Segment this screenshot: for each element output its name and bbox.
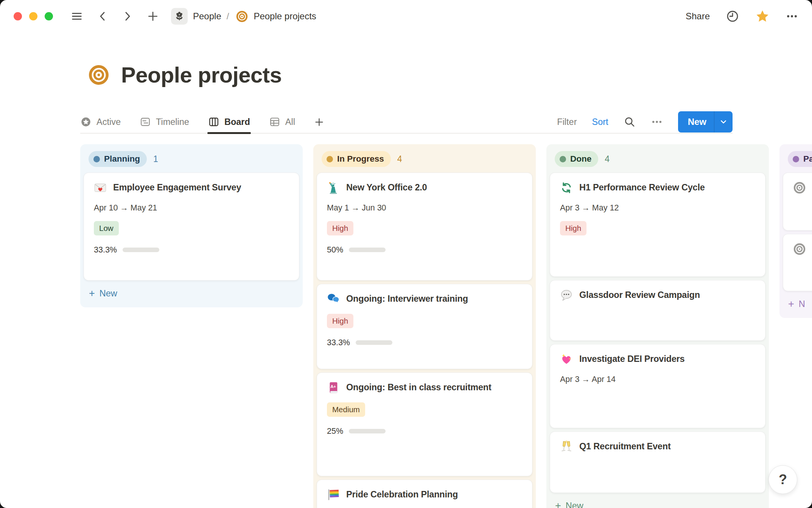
tab-timeline[interactable]: Timeline [140, 111, 189, 133]
target-icon [236, 10, 248, 23]
add-card-label: New [100, 288, 117, 299]
card[interactable] [783, 173, 812, 231]
breadcrumb-page[interactable]: People projects [254, 11, 316, 22]
column-cards: Employee Engagement SurveyApr 10 → May 2… [80, 173, 303, 280]
progress-value: 33.3% [94, 245, 117, 255]
share-button[interactable]: Share [686, 11, 710, 22]
refresh-arrows-emoji [560, 181, 573, 194]
page-title: People projects [121, 62, 282, 87]
rainbow-flag-emoji [327, 488, 340, 501]
card-title-row: New York Office 2.0 [327, 181, 427, 194]
page-target-icon[interactable] [88, 64, 110, 86]
tab-label: Timeline [156, 117, 189, 127]
board-column-in-progress: In Progress4New York Office 2.0May 1 → J… [313, 144, 536, 508]
progress-value: 25% [327, 427, 343, 436]
board-column-done: Done4H1 Performance Review CycleApr 3 → … [546, 144, 769, 508]
priority-row: High [560, 221, 586, 235]
zoom-window-button[interactable] [45, 12, 53, 20]
column-status-pill[interactable]: Done [555, 151, 598, 167]
card-title-row: Pride Celebration Planning [327, 488, 458, 501]
tab-all[interactable]: All [269, 111, 295, 133]
progress-bar [123, 248, 159, 252]
chevron-down-icon [719, 117, 728, 127]
search-icon[interactable] [624, 116, 636, 128]
card-title: Investigate DEI Providers [579, 353, 684, 365]
card-title: Employee Engagement Survey [113, 181, 241, 194]
tab-label: All [285, 117, 295, 127]
card-title: Ongoing: Best in class recruitment [346, 381, 492, 394]
card[interactable]: Glassdoor Review Campaign [550, 280, 765, 341]
card-title-row: Glassdoor Review Campaign [560, 289, 700, 302]
card[interactable]: Q1 Recruitment Event [550, 432, 765, 493]
breadcrumb-workspace[interactable]: People [193, 11, 221, 22]
workspace-icon-box[interactable] [171, 8, 188, 25]
plus-icon: + [89, 288, 95, 299]
add-card-button[interactable]: +New [550, 496, 765, 508]
column-status-label: In Progress [337, 154, 384, 164]
priority-tag: High [560, 221, 586, 235]
speech-balloon-emoji [560, 289, 573, 302]
new-button[interactable]: New [678, 111, 714, 132]
column-header: Planning1 [80, 144, 303, 173]
help-button[interactable]: ? [768, 465, 797, 494]
card-title-row: H1 Performance Review Cycle [560, 181, 705, 194]
new-page-button[interactable] [147, 10, 159, 22]
favorite-star-icon[interactable] [755, 9, 770, 23]
add-card-label: N [799, 299, 805, 309]
column-count: 4 [397, 154, 402, 164]
column-cards [779, 173, 812, 291]
minimize-window-button[interactable] [29, 12, 37, 20]
tab-label: Board [224, 117, 250, 127]
priority-row: High [327, 314, 353, 328]
tab-active[interactable]: Active [80, 111, 121, 133]
column-status-pill[interactable]: In Progress [322, 151, 391, 167]
card[interactable]: Employee Engagement SurveyApr 10 → May 2… [84, 173, 299, 280]
card-title-row: Investigate DEI Providers [560, 353, 684, 366]
card[interactable] [783, 234, 812, 291]
more-options-icon[interactable] [786, 10, 798, 23]
priority-row: High [327, 221, 353, 235]
card-title: Ongoing: Interviewer training [346, 293, 468, 305]
add-card-label: New [566, 501, 583, 508]
sort-button[interactable]: Sort [592, 117, 608, 127]
card-title-row: Q1 Recruitment Event [560, 440, 671, 453]
status-dot-icon [93, 156, 100, 162]
column-header: Pa [779, 144, 812, 173]
add-view-button[interactable] [314, 111, 324, 133]
timeline-icon [140, 116, 151, 128]
add-card-button[interactable]: +New [84, 284, 299, 304]
column-count: 1 [153, 154, 158, 164]
tab-board[interactable]: Board [208, 111, 250, 133]
table-icon [269, 116, 280, 128]
card[interactable]: Investigate DEI ProvidersApr 3 → Apr 14 [550, 344, 765, 428]
board-icon [208, 116, 219, 128]
app-window: People / People projects Share People pr… [0, 0, 812, 508]
plus-icon: + [555, 501, 561, 508]
column-status-label: Planning [104, 154, 140, 164]
view-options-icon[interactable] [651, 116, 663, 128]
column-status-pill[interactable]: Pa [788, 151, 812, 167]
new-dropdown-button[interactable] [714, 111, 733, 132]
sidebar-toggle-icon[interactable] [70, 10, 83, 23]
forward-button[interactable] [122, 11, 133, 22]
card-title: Q1 Recruitment Event [579, 440, 671, 453]
priority-tag: High [327, 314, 353, 328]
back-button[interactable] [97, 11, 108, 22]
progress-bar [349, 248, 386, 252]
card[interactable]: New York Office 2.0May 1 → Jun 30High50% [317, 173, 532, 280]
card[interactable]: A+Ongoing: Best in class recruitmentMedi… [317, 372, 532, 476]
add-card-button[interactable]: +N [783, 294, 812, 314]
close-window-button[interactable] [14, 12, 22, 20]
priority-tag: High [327, 221, 353, 235]
filter-button[interactable]: Filter [557, 117, 577, 127]
card[interactable]: Ongoing: Interviewer trainingHigh33.3% [317, 284, 532, 369]
progress-bar [349, 429, 386, 433]
column-status-pill[interactable]: Planning [89, 151, 147, 167]
card[interactable]: Pride Celebration Planning [317, 480, 532, 508]
updates-clock-icon[interactable] [726, 9, 739, 23]
progress-value: 33.3% [327, 338, 350, 347]
card[interactable]: H1 Performance Review CycleApr 3 → May 1… [550, 173, 765, 277]
breadcrumb-separator: / [227, 11, 229, 22]
grade-book-emoji: A+ [327, 381, 340, 394]
column-cards: New York Office 2.0May 1 → Jun 30High50%… [313, 173, 536, 508]
